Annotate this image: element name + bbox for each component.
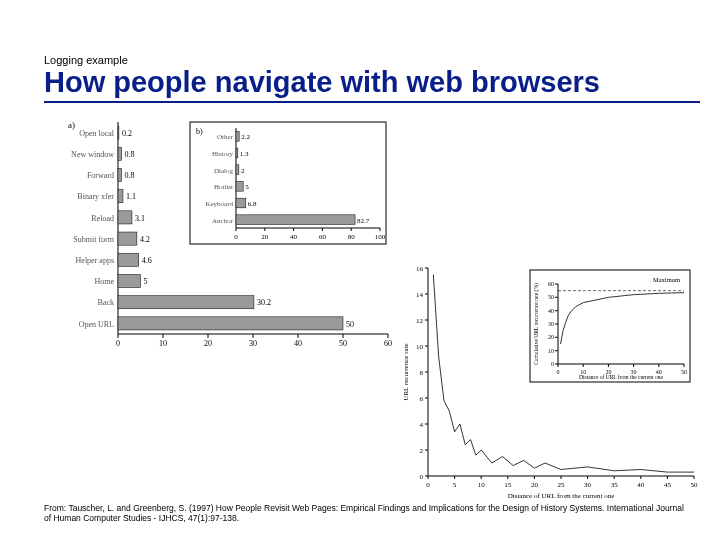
svg-rect-23 — [118, 168, 122, 181]
svg-rect-35 — [118, 253, 139, 266]
svg-text:Submit form: Submit form — [73, 235, 114, 244]
svg-text:45: 45 — [664, 481, 672, 489]
svg-text:40: 40 — [290, 233, 298, 241]
svg-text:Distance of URL from the curre: Distance of URL from the current one — [508, 492, 615, 498]
svg-text:Binary xfer: Binary xfer — [77, 192, 114, 201]
svg-text:20: 20 — [204, 339, 212, 346]
svg-text:16: 16 — [416, 265, 424, 273]
svg-text:30: 30 — [548, 321, 554, 327]
svg-rect-38 — [118, 274, 141, 287]
svg-text:b): b) — [196, 127, 203, 136]
svg-rect-44 — [118, 317, 343, 330]
svg-text:1.3: 1.3 — [240, 150, 249, 158]
svg-text:Home: Home — [94, 277, 114, 286]
svg-text:0: 0 — [116, 339, 120, 346]
svg-text:15: 15 — [504, 481, 512, 489]
kicker-text: Logging example — [44, 54, 128, 66]
svg-text:4.6: 4.6 — [142, 256, 152, 265]
svg-rect-29 — [118, 211, 132, 224]
svg-text:5: 5 — [245, 183, 249, 191]
svg-text:50: 50 — [681, 369, 687, 375]
svg-text:6: 6 — [420, 395, 424, 403]
svg-text:40: 40 — [637, 481, 645, 489]
svg-text:1.1: 1.1 — [126, 192, 136, 201]
svg-rect-32 — [118, 232, 137, 245]
svg-rect-74 — [236, 198, 246, 208]
svg-text:30.2: 30.2 — [257, 298, 271, 307]
svg-text:Open URL: Open URL — [79, 320, 114, 329]
page-title: How people navigate with web browsers — [44, 66, 700, 103]
svg-text:14: 14 — [416, 291, 424, 299]
svg-text:0: 0 — [557, 369, 560, 375]
svg-rect-77 — [236, 215, 355, 225]
svg-text:8: 8 — [420, 369, 424, 377]
figure-b: 051015202530354045500246810121416Distanc… — [398, 260, 700, 498]
svg-text:Keyboard: Keyboard — [205, 200, 233, 208]
svg-text:0: 0 — [426, 481, 430, 489]
svg-text:20: 20 — [531, 481, 539, 489]
svg-rect-71 — [236, 182, 243, 192]
svg-text:Other: Other — [217, 133, 234, 141]
svg-text:0.8: 0.8 — [125, 171, 135, 180]
svg-text:4.2: 4.2 — [140, 235, 150, 244]
svg-text:Maximum: Maximum — [653, 276, 680, 283]
svg-text:30: 30 — [584, 481, 592, 489]
svg-text:2: 2 — [241, 167, 245, 175]
svg-text:30: 30 — [249, 339, 257, 346]
citation-text: From: Tauscher, L. and Greenberg, S. (19… — [44, 503, 690, 524]
svg-text:60: 60 — [384, 339, 392, 346]
svg-text:3.1: 3.1 — [135, 214, 145, 223]
svg-text:Dialog: Dialog — [214, 167, 234, 175]
svg-text:0: 0 — [234, 233, 238, 241]
svg-text:60: 60 — [548, 281, 554, 287]
svg-rect-17 — [118, 126, 119, 139]
svg-rect-65 — [236, 148, 238, 158]
svg-text:60: 60 — [319, 233, 327, 241]
svg-text:12: 12 — [416, 317, 424, 325]
svg-text:5: 5 — [453, 481, 457, 489]
svg-text:50: 50 — [339, 339, 347, 346]
svg-text:20: 20 — [548, 334, 554, 340]
svg-text:0.2: 0.2 — [122, 129, 132, 138]
svg-rect-20 — [118, 147, 122, 160]
svg-text:Distance of URL from the curre: Distance of URL from the current one — [579, 374, 663, 380]
svg-text:URL recurrence rate: URL recurrence rate — [402, 343, 410, 400]
svg-rect-26 — [118, 190, 123, 203]
svg-text:40: 40 — [294, 339, 302, 346]
svg-text:50: 50 — [346, 320, 354, 329]
svg-text:6.8: 6.8 — [248, 200, 257, 208]
svg-text:Forward: Forward — [87, 171, 114, 180]
svg-text:Back: Back — [98, 298, 114, 307]
svg-text:10: 10 — [159, 339, 167, 346]
svg-text:40: 40 — [548, 308, 554, 314]
svg-text:5: 5 — [144, 277, 148, 286]
svg-text:10: 10 — [478, 481, 486, 489]
svg-text:20: 20 — [261, 233, 269, 241]
svg-text:0.8: 0.8 — [125, 150, 135, 159]
svg-rect-41 — [118, 296, 254, 309]
svg-text:a): a) — [68, 120, 75, 130]
svg-text:50: 50 — [548, 294, 554, 300]
svg-rect-68 — [236, 165, 239, 175]
svg-text:4: 4 — [420, 421, 424, 429]
svg-text:82.7: 82.7 — [357, 217, 370, 225]
svg-text:Reload: Reload — [91, 214, 114, 223]
svg-text:New window: New window — [71, 150, 114, 159]
svg-rect-125 — [530, 270, 690, 382]
svg-text:50: 50 — [691, 481, 699, 489]
svg-text:0: 0 — [551, 361, 554, 367]
svg-text:25: 25 — [558, 481, 566, 489]
svg-text:35: 35 — [611, 481, 619, 489]
svg-text:Cumulative URL recurrence rate: Cumulative URL recurrence rate (%) — [533, 283, 540, 365]
svg-text:Open local: Open local — [79, 129, 115, 138]
svg-text:10: 10 — [416, 343, 424, 351]
svg-text:2: 2 — [420, 447, 424, 455]
svg-text:10: 10 — [548, 348, 554, 354]
svg-text:Anchor: Anchor — [212, 217, 234, 225]
svg-text:80: 80 — [348, 233, 356, 241]
svg-rect-62 — [236, 132, 239, 142]
svg-text:100: 100 — [375, 233, 386, 241]
svg-text:Hotlist: Hotlist — [214, 183, 233, 191]
svg-text:2.2: 2.2 — [241, 133, 250, 141]
figure-a: 0102030405060a) Open local0.2New window0… — [40, 116, 392, 346]
